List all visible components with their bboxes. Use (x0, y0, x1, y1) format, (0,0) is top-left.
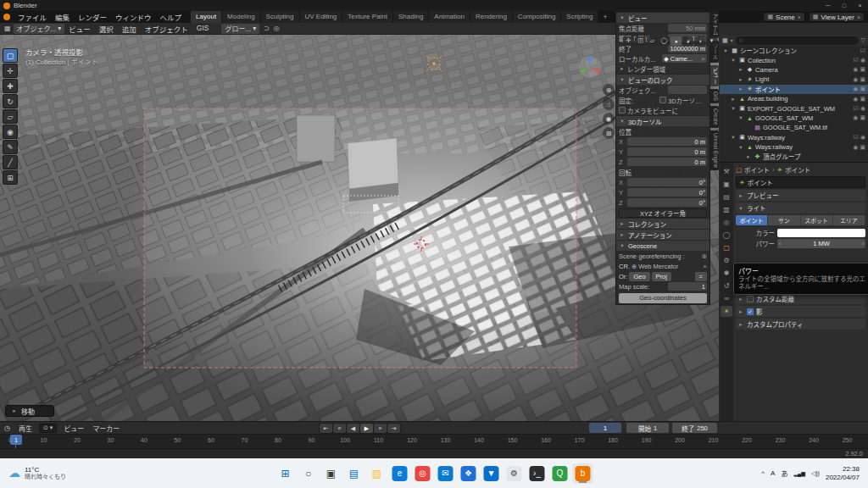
map-scale-field[interactable]: 1 (668, 282, 707, 291)
value-field[interactable]: 0° (627, 178, 707, 186)
workspace-tab[interactable]: Sculpting (261, 11, 300, 23)
clear-georef-icon[interactable]: ⊗ (702, 252, 707, 260)
material-shading-icon[interactable]: ◕ (682, 36, 693, 46)
annotations-panel-header[interactable]: ▸ アノテーション (616, 229, 709, 240)
scene-tab[interactable]: ◎ (721, 217, 732, 228)
editor-type-icon[interactable]: ▦ (722, 37, 728, 44)
workspace-tab[interactable]: Compositing (513, 11, 561, 23)
ime-mode-a[interactable]: A (771, 469, 775, 477)
task-view-button[interactable]: ▣ (321, 463, 342, 484)
prev-keyframe-button[interactable]: « (333, 424, 346, 433)
view-layer-tab[interactable]: ▥ (721, 204, 732, 215)
view-panel-header[interactable]: ▾ ビュー (616, 12, 709, 23)
tool-tab[interactable]: ⚒ (721, 166, 732, 177)
menubar-item[interactable]: ファイル (14, 12, 51, 22)
expand-icon[interactable]: ▾ (737, 144, 744, 151)
camera-to-view-checkbox[interactable] (619, 107, 626, 114)
view-layer-selector[interactable]: ▦ View Layer × (809, 12, 865, 22)
custom-distance-checkbox[interactable] (747, 296, 754, 302)
value-field[interactable]: 0° (627, 188, 707, 197)
view-lock-panel-header[interactable]: ▾ ビューのロック (616, 74, 709, 85)
sidebar-tab[interactable]: ビュー (710, 65, 719, 87)
move-tool[interactable]: ✚ (3, 79, 18, 93)
sidebar-tab[interactable]: GIS (710, 89, 719, 103)
object-tab[interactable]: ▢ (721, 242, 732, 253)
workspace-tab[interactable]: Animation (429, 11, 470, 23)
ime-mode-kana[interactable]: あ (781, 469, 787, 478)
chevron-down-icon[interactable]: ▾ (731, 37, 733, 43)
geo-coordinates-button[interactable]: Geo-coordinates (619, 293, 707, 303)
close-button[interactable]: × (852, 3, 868, 8)
custom-distance-panel-header[interactable]: ▸ カスタム距離 (736, 293, 865, 304)
shadow-checkbox[interactable]: ✓ (747, 308, 754, 315)
outliner-eye-icon[interactable]: ◉ (853, 144, 858, 151)
viewport-menu-item[interactable]: オブジェクト (141, 24, 192, 34)
network-signal-icon[interactable]: ▂▄▆ (793, 470, 804, 476)
breadcrumb-object[interactable]: ポイント (744, 165, 770, 175)
outliner-render-icon[interactable]: ▣ (860, 144, 865, 151)
outliner-row[interactable]: ▾▣EXPORT_GOOGLE_SAT_WM☑◉ (720, 103, 868, 113)
decrement-icon[interactable]: ‹ (779, 241, 781, 247)
outliner-row[interactable]: ▾▲Ways:railway◉▣ (720, 142, 868, 152)
disclosure-icon[interactable]: ▾ (619, 14, 626, 21)
physics-tab[interactable]: ↺ (721, 280, 732, 291)
explorer-button[interactable]: ▨ (367, 463, 387, 484)
outliner-eye-icon[interactable]: ◉ (853, 76, 858, 83)
play-button[interactable]: ▶ (360, 424, 373, 433)
outliner-row[interactable]: ▤GOOGLE_SAT_WM.tif (720, 123, 868, 132)
sidebar-tab[interactable]: Create (710, 106, 719, 128)
increment-icon[interactable]: › (862, 241, 864, 247)
lock-3d-cursor-checkbox[interactable] (659, 97, 666, 103)
value-field[interactable]: 50 mm (668, 24, 707, 32)
annotate-tool[interactable]: ✎ (3, 140, 18, 154)
mail-button[interactable]: ✉ (436, 463, 456, 484)
light-type-button[interactable]: スポット (801, 215, 833, 225)
disclosure-icon[interactable]: ▸ (619, 65, 626, 72)
outliner-row[interactable]: ▸☀ポイント◉▣ (720, 85, 868, 94)
cursor-tool[interactable]: ✛ (3, 64, 18, 78)
jump-to-end-button[interactable]: ⇥ (387, 424, 400, 433)
outliner-render-icon[interactable]: ▣ (860, 96, 865, 103)
zoom-icon[interactable]: ⊕ (603, 84, 615, 96)
pan-hand-icon[interactable]: ☝ (603, 98, 615, 110)
outliner-check-icon[interactable]: ☑ (854, 134, 859, 141)
outliner-eye-icon[interactable]: ◉ (853, 96, 858, 103)
workspace-tab[interactable]: UV Editing (300, 11, 343, 23)
render-region-row[interactable]: ▸ レンダー領域 (616, 64, 709, 74)
playhead[interactable]: 1 (10, 435, 22, 445)
editor-type-icon[interactable]: ◷ (0, 424, 14, 432)
menubar-item[interactable]: ヘルプ (156, 12, 186, 22)
editor-type-icon[interactable]: ▦ (4, 25, 11, 32)
navigation-gizmo[interactable] (578, 55, 602, 79)
scene-selector[interactable]: ▦ Scene × (763, 12, 804, 22)
viewport-menu-item[interactable]: 追加 (118, 24, 141, 34)
widgets-button[interactable]: ▤ (344, 463, 364, 484)
preview-panel-header[interactable]: ▸ プレビュー (736, 190, 865, 201)
viewport-menu-item[interactable]: ビュー (64, 24, 95, 34)
qgis-button[interactable]: Q (550, 463, 570, 484)
local-camera-field[interactable]: ◆ Came... × (662, 54, 707, 63)
clock[interactable]: 22:38 2022/04/07 (826, 465, 860, 482)
frame-start-field[interactable]: 開始 1 (626, 423, 669, 433)
expand-icon[interactable]: ▸ (745, 153, 752, 160)
scene-clear-icon[interactable]: × (798, 14, 801, 20)
weather-widget[interactable]: ☁ 11°C 晴れ時々くもり (0, 466, 75, 480)
chrome-button[interactable]: ◎ (413, 463, 433, 484)
equals-button[interactable]: = (695, 272, 707, 281)
frame-end-field[interactable]: 終了 250 (672, 423, 717, 433)
workspace-tab[interactable]: Modeling (222, 11, 260, 23)
sidebar-tab[interactable]: Unreal Engine (710, 130, 719, 170)
workspace-tab[interactable]: Layout (191, 11, 222, 23)
workspace-tab[interactable]: Scripting (561, 11, 598, 23)
disclosure-icon[interactable]: ▾ (619, 76, 626, 83)
minimize-button[interactable]: ─ (820, 3, 836, 8)
value-field[interactable]: 0 m (627, 147, 707, 156)
outliner-render-icon[interactable]: ▣ (860, 66, 865, 73)
outliner-render-icon[interactable]: ▣ (860, 114, 865, 121)
play-reverse-button[interactable]: ◀ (347, 424, 359, 433)
outliner-row[interactable]: ▸◆Camera◉▣ (720, 65, 868, 75)
disclosure-icon[interactable]: ▸ (737, 192, 744, 199)
datablock-name-field[interactable]: ☀ ポイント (736, 176, 865, 188)
filter-icon[interactable]: ▽ (861, 37, 865, 44)
blender-button[interactable]: b (573, 463, 593, 484)
